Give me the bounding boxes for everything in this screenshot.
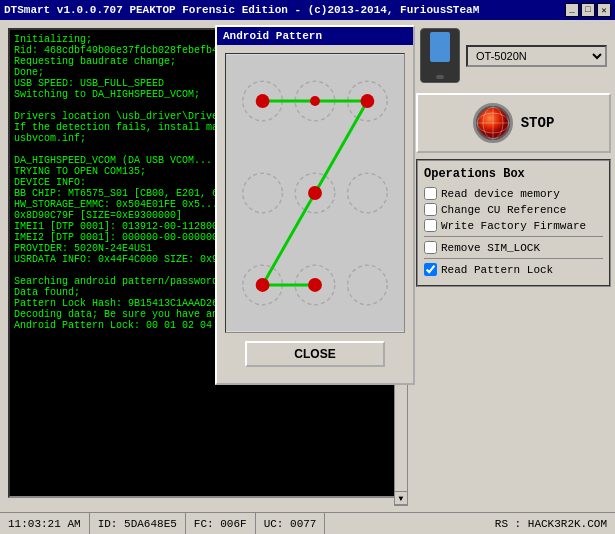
pattern-dialog: Android Pattern: [215, 25, 415, 385]
checkbox-remove-sim-lock-input[interactable]: [424, 241, 437, 254]
checkbox-change-cu-reference: Change CU Reference: [424, 203, 603, 216]
model-dropdown[interactable]: OT-5020N: [466, 45, 607, 67]
checkbox-read-pattern-lock-input[interactable]: [424, 263, 437, 276]
svg-point-22: [256, 278, 270, 292]
stop-button[interactable]: STOP: [416, 93, 611, 153]
svg-point-24: [310, 96, 320, 106]
title-bar: DTSmart v1.0.0.707 PEAKTOP Forensic Edit…: [0, 0, 615, 20]
checkbox-read-device-memory: Read device memory: [424, 187, 603, 200]
operations-divider: [424, 236, 603, 237]
pattern-close-button[interactable]: CLOSE: [245, 341, 385, 367]
stop-icon: [473, 103, 513, 143]
checkbox-change-cu-reference-label: Change CU Reference: [441, 204, 566, 216]
checkbox-write-factory-firmware-input[interactable]: [424, 219, 437, 232]
operations-box: Operations Box Read device memory Change…: [416, 159, 611, 287]
checkbox-read-pattern-lock: Read Pattern Lock: [424, 263, 603, 276]
right-panel: OT-5020N: [412, 20, 615, 514]
svg-point-21: [308, 186, 322, 200]
checkbox-read-device-memory-label: Read device memory: [441, 188, 560, 200]
pattern-dialog-title-bar: Android Pattern: [217, 27, 413, 45]
app-title: DTSmart v1.0.0.707 PEAKTOP Forensic Edit…: [4, 4, 479, 16]
status-bar: 11:03:21 AM ID: 5DA648E5 FC: 006F UC: 00…: [0, 512, 615, 534]
operations-title: Operations Box: [424, 167, 603, 181]
checkbox-change-cu-reference-input[interactable]: [424, 203, 437, 216]
status-id: ID: 5DA648E5: [90, 513, 186, 534]
status-fc: FC: 006F: [186, 513, 256, 534]
status-uc: UC: 0077: [256, 513, 326, 534]
checkbox-remove-sim-lock-label: Remove SIM_LOCK: [441, 242, 540, 254]
checkbox-read-pattern-lock-label: Read Pattern Lock: [441, 264, 553, 276]
stop-label: STOP: [521, 115, 555, 131]
checkbox-remove-sim-lock: Remove SIM_LOCK: [424, 241, 603, 254]
maximize-button[interactable]: □: [581, 3, 595, 17]
close-window-button[interactable]: ✕: [597, 3, 611, 17]
scroll-down-button[interactable]: ▼: [394, 491, 408, 505]
status-rs: RS : HACK3R2K.COM: [325, 513, 615, 534]
pattern-svg: [226, 54, 404, 332]
device-section: OT-5020N: [416, 24, 611, 87]
device-image: [420, 28, 460, 83]
checkbox-read-device-memory-input[interactable]: [424, 187, 437, 200]
checkbox-write-factory-firmware-label: Write Factory Firmware: [441, 220, 586, 232]
status-time: 11:03:21 AM: [0, 513, 90, 534]
svg-point-20: [360, 94, 374, 108]
pattern-canvas-area: [225, 53, 405, 333]
svg-point-19: [256, 94, 270, 108]
title-bar-buttons: _ □ ✕: [565, 3, 611, 17]
checkbox-write-factory-firmware: Write Factory Firmware: [424, 219, 603, 232]
minimize-button[interactable]: _: [565, 3, 579, 17]
operations-divider-2: [424, 258, 603, 259]
svg-point-23: [308, 278, 322, 292]
pattern-dialog-title: Android Pattern: [223, 30, 322, 42]
